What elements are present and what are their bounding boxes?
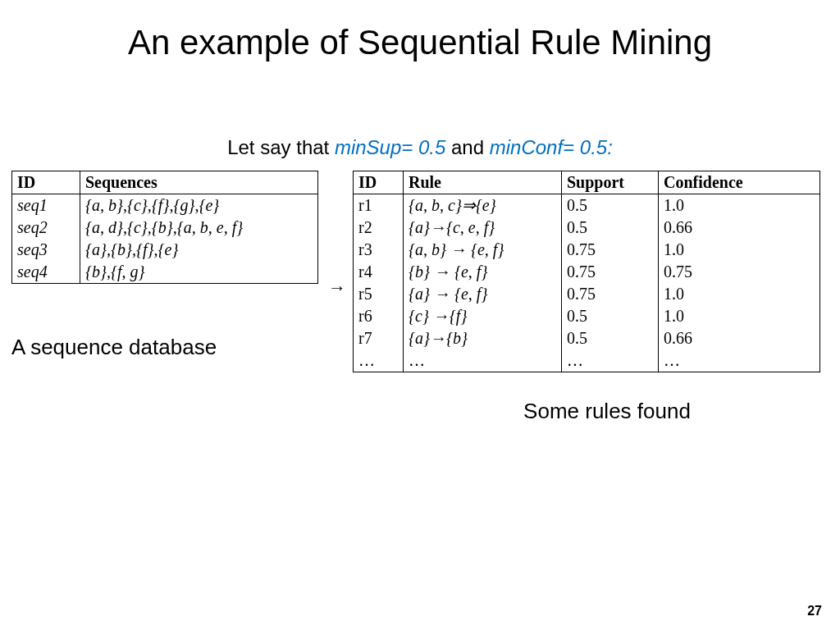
- rules-header-support: Support: [562, 171, 659, 194]
- seq-header-sequences: Sequences: [80, 171, 318, 194]
- subtitle-prefix: Let say that: [227, 136, 335, 158]
- rule-value: {a, b} → {e, f}: [404, 239, 562, 261]
- rule-value: {b} → {e, f}: [404, 261, 562, 283]
- seq-header-id: ID: [12, 171, 80, 194]
- arrow-icon: →: [322, 171, 353, 299]
- seq-value: {a, d},{c},{b},{a, b, e, f}: [80, 217, 318, 239]
- rule-confidence: 1.0: [659, 194, 820, 217]
- rule-value: …: [404, 349, 562, 372]
- rule-id: r7: [354, 327, 404, 349]
- rule-id: r5: [354, 283, 404, 305]
- rule-support: …: [562, 349, 659, 372]
- seq-id: seq3: [12, 239, 80, 261]
- rule-support: 0.75: [562, 261, 659, 283]
- table-row: seq1 {a, b},{c},{f},{g},{e}: [12, 194, 318, 217]
- table-row: r2 {a}→{c, e, f} 0.5 0.66: [354, 217, 820, 239]
- seq-id: seq2: [12, 217, 80, 239]
- minconf-value: = 0.5:: [563, 136, 613, 158]
- rule-id: r3: [354, 239, 404, 261]
- rule-id: r6: [354, 305, 404, 327]
- table-row: r1 {a, b, c}⇒{e} 0.5 1.0: [354, 194, 820, 217]
- minsup-value: = 0.5: [401, 136, 445, 158]
- rule-value: {a} → {e, f}: [404, 283, 562, 305]
- rule-support: 0.5: [562, 217, 659, 239]
- rule-confidence: 1.0: [659, 283, 820, 305]
- table-row: r4 {b} → {e, f} 0.75 0.75: [354, 261, 820, 283]
- rule-support: 0.5: [562, 194, 659, 217]
- subtitle-mid: and: [445, 136, 489, 158]
- slide-title: An example of Sequential Rule Mining: [0, 0, 840, 62]
- rule-value: {c} →{f}: [404, 305, 562, 327]
- table-row: … … … …: [354, 349, 820, 372]
- seq-id: seq4: [12, 261, 80, 284]
- rule-confidence: …: [659, 349, 820, 372]
- rule-support: 0.75: [562, 239, 659, 261]
- rule-confidence: 0.66: [659, 327, 820, 349]
- rule-value: {a}→{c, e, f}: [404, 217, 562, 239]
- table-row: seq4 {b},{f, g}: [12, 261, 318, 284]
- rule-value: {a}→{b}: [404, 327, 562, 349]
- seq-value: {a},{b},{f},{e}: [80, 239, 318, 261]
- rule-id: r2: [354, 217, 404, 239]
- table-row: r3 {a, b} → {e, f} 0.75 1.0: [354, 239, 820, 261]
- rules-caption: Some rules found: [353, 399, 829, 424]
- rule-confidence: 0.66: [659, 217, 820, 239]
- rules-header-confidence: Confidence: [659, 171, 820, 194]
- rule-confidence: 1.0: [659, 305, 820, 327]
- rule-id: r1: [354, 194, 404, 217]
- sequence-database-caption: A sequence database: [11, 335, 322, 360]
- table-row: seq3 {a},{b},{f},{e}: [12, 239, 318, 261]
- minconf-label: minConf: [490, 136, 563, 158]
- table-row: r5 {a} → {e, f} 0.75 1.0: [354, 283, 820, 305]
- parameters-line: Let say that minSup= 0.5 and minConf= 0.…: [0, 136, 840, 159]
- minsup-label: minSup: [335, 136, 401, 158]
- table-row: r6 {c} →{f} 0.5 1.0: [354, 305, 820, 327]
- sequence-database-table: ID Sequences seq1 {a, b},{c},{f},{g},{e}…: [11, 171, 318, 284]
- seq-value: {b},{f, g}: [80, 261, 318, 284]
- rule-id: …: [354, 349, 404, 372]
- rule-support: 0.5: [562, 327, 659, 349]
- page-number: 27: [807, 604, 822, 619]
- rule-confidence: 0.75: [659, 261, 820, 283]
- rule-id: r4: [354, 261, 404, 283]
- table-row: seq2 {a, d},{c},{b},{a, b, e, f}: [12, 217, 318, 239]
- seq-value: {a, b},{c},{f},{g},{e}: [80, 194, 318, 217]
- rules-header-rule: Rule: [404, 171, 562, 194]
- table-row: r7 {a}→{b} 0.5 0.66: [354, 327, 820, 349]
- rules-header-id: ID: [354, 171, 404, 194]
- rule-value: {a, b, c}⇒{e}: [404, 194, 562, 217]
- seq-id: seq1: [12, 194, 80, 217]
- rules-table: ID Rule Support Confidence r1 {a, b, c}⇒…: [353, 171, 820, 372]
- rule-confidence: 1.0: [659, 239, 820, 261]
- rule-support: 0.75: [562, 283, 659, 305]
- rule-support: 0.5: [562, 305, 659, 327]
